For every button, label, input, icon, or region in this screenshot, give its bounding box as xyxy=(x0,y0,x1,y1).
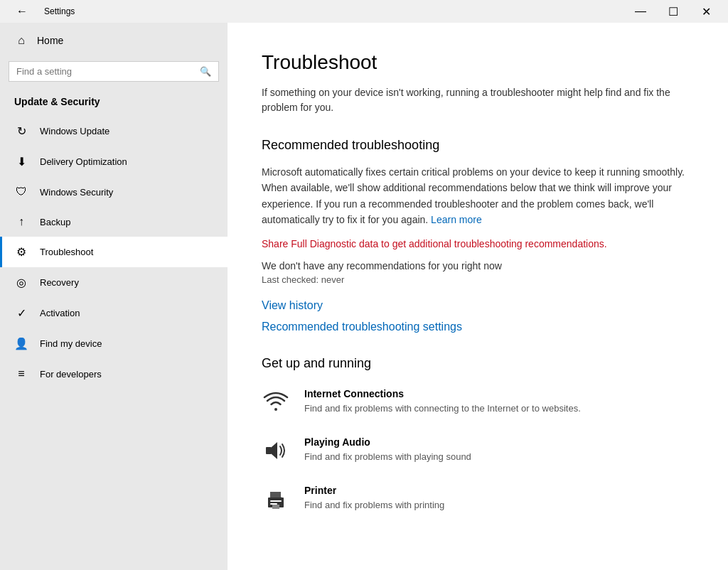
main-content: Troubleshoot If something on your device… xyxy=(228,23,728,570)
activation-icon: ✓ xyxy=(14,306,28,320)
maximize-button[interactable]: ☐ xyxy=(657,0,690,23)
get-running-title: Get up and running xyxy=(262,356,694,371)
internet-connections-desc: Find and fix problems with connecting to… xyxy=(304,402,581,415)
no-recommendations-text: We don't have any recommendations for yo… xyxy=(262,260,694,271)
view-history-link[interactable]: View history xyxy=(262,299,323,311)
printer-icon xyxy=(262,485,290,513)
minimize-button[interactable]: — xyxy=(624,0,657,23)
sidebar-item-label: Troubleshoot xyxy=(40,247,93,257)
troubleshoot-icon: ⚙ xyxy=(14,245,28,259)
internet-icon-wrap xyxy=(262,388,290,416)
last-checked-text: Last checked: never xyxy=(262,274,694,285)
troubleshooter-audio: Playing Audio Find and fix problems with… xyxy=(262,436,694,465)
sidebar-home[interactable]: ⌂ Home xyxy=(0,23,228,58)
home-label: Home xyxy=(37,35,63,46)
sidebar-item-label: Delivery Optimization xyxy=(40,156,127,167)
sidebar-item-activation[interactable]: ✓ Activation xyxy=(0,298,228,328)
recommended-desc: Microsoft automatically fixes certain cr… xyxy=(262,164,694,228)
sidebar: ⌂ Home 🔍 Update & Security ↻ Windows Upd… xyxy=(0,23,228,570)
sidebar-item-label: Recovery xyxy=(40,277,79,288)
close-button[interactable]: ✕ xyxy=(690,0,722,23)
windows-update-icon: ↻ xyxy=(14,124,28,138)
delivery-optimization-icon: ⬇ xyxy=(14,155,28,168)
playing-audio-icon xyxy=(262,436,290,465)
sidebar-item-recovery[interactable]: ◎ Recovery xyxy=(0,267,228,298)
home-icon: ⌂ xyxy=(14,34,28,47)
titlebar-controls: — ☐ ✕ xyxy=(624,0,722,23)
find-my-device-icon: 👤 xyxy=(14,337,28,350)
sidebar-item-label: Backup xyxy=(40,217,70,227)
recovery-icon: ◎ xyxy=(14,276,28,289)
learn-more-link[interactable]: Learn more xyxy=(431,214,482,225)
svg-rect-0 xyxy=(266,447,272,454)
sidebar-item-label: Activation xyxy=(40,308,80,318)
recommended-title: Recommended troubleshooting xyxy=(262,138,694,153)
titlebar-title: Settings xyxy=(44,6,75,16)
playing-audio-info: Playing Audio Find and fix problems with… xyxy=(304,436,471,463)
printer-name: Printer xyxy=(304,485,444,496)
svg-rect-2 xyxy=(270,500,282,502)
sidebar-item-label: Windows Security xyxy=(40,187,113,198)
search-icon: 🔍 xyxy=(200,66,211,77)
back-button[interactable]: ← xyxy=(6,0,38,23)
svg-rect-4 xyxy=(271,492,281,498)
playing-audio-desc: Find and fix problems with playing sound xyxy=(304,451,471,463)
share-diagnostic-link[interactable]: Share Full Diagnostic data to get additi… xyxy=(262,238,607,249)
page-description: If something on your device isn't workin… xyxy=(262,85,694,115)
printer-desc: Find and fix problems with printing xyxy=(304,499,444,512)
svg-rect-5 xyxy=(272,505,279,509)
view-history-block: View history xyxy=(262,299,694,312)
internet-connections-name: Internet Connections xyxy=(304,388,581,399)
sidebar-item-delivery-optimization[interactable]: ⬇ Delivery Optimization xyxy=(0,146,228,177)
sidebar-item-for-developers[interactable]: ≡ For developers xyxy=(0,359,228,389)
sidebar-item-label: Find my device xyxy=(40,338,102,349)
recommended-settings-link[interactable]: Recommended troubleshooting settings xyxy=(262,321,462,333)
troubleshooter-internet: Internet Connections Find and fix proble… xyxy=(262,388,694,416)
search-box[interactable]: 🔍 xyxy=(9,61,219,82)
titlebar: ← Settings — ☐ ✕ xyxy=(0,0,728,23)
titlebar-left: ← Settings xyxy=(6,0,75,23)
audio-icon-wrap xyxy=(262,436,290,465)
svg-rect-3 xyxy=(270,503,277,505)
for-developers-icon: ≡ xyxy=(14,367,28,380)
printer-info: Printer Find and fix problems with print… xyxy=(304,485,444,512)
internet-connections-info: Internet Connections Find and fix proble… xyxy=(304,388,581,415)
internet-connections-icon xyxy=(262,388,290,416)
sidebar-item-backup[interactable]: ↑ Backup xyxy=(0,207,228,237)
sidebar-item-windows-security[interactable]: 🛡 Windows Security xyxy=(0,177,228,207)
search-input[interactable] xyxy=(16,66,194,77)
sidebar-item-windows-update[interactable]: ↻ Windows Update xyxy=(0,116,228,146)
recommended-settings-block: Recommended troubleshooting settings xyxy=(262,321,694,333)
sidebar-item-find-my-device[interactable]: 👤 Find my device xyxy=(0,328,228,359)
printer-icon-wrap xyxy=(262,485,290,513)
sidebar-section-title: Update & Security xyxy=(0,90,228,116)
sidebar-item-label: For developers xyxy=(40,369,102,380)
sidebar-item-label: Windows Update xyxy=(40,126,109,136)
sidebar-item-troubleshoot[interactable]: ⚙ Troubleshoot xyxy=(0,237,228,267)
playing-audio-name: Playing Audio xyxy=(304,436,471,448)
troubleshooter-printer: Printer Find and fix problems with print… xyxy=(262,485,694,513)
share-link-block: Share Full Diagnostic data to get additi… xyxy=(262,237,694,252)
backup-icon: ↑ xyxy=(14,215,28,228)
app-body: ⌂ Home 🔍 Update & Security ↻ Windows Upd… xyxy=(0,23,728,570)
page-title: Troubleshoot xyxy=(262,51,694,74)
windows-security-icon: 🛡 xyxy=(14,185,28,198)
